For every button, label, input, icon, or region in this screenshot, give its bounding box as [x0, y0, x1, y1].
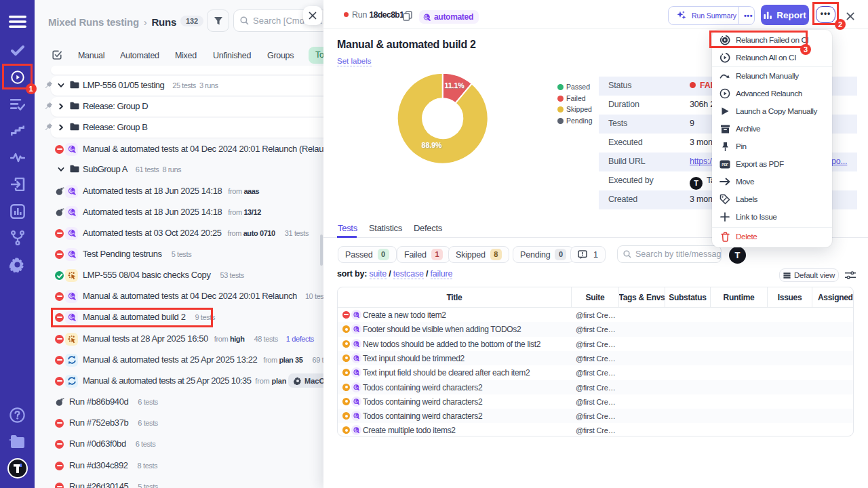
svg-text:88.9%: 88.9%	[422, 141, 442, 149]
svg-text:PDF: PDF	[722, 163, 729, 167]
svg-text:11.1%: 11.1%	[444, 81, 465, 89]
